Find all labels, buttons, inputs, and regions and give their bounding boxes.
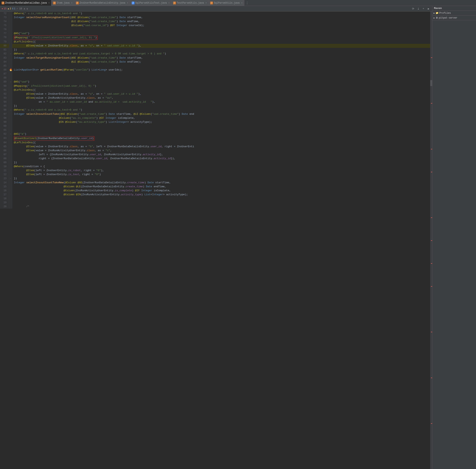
run-button[interactable]: ▶ [427,7,431,11]
line-content [12,197,430,201]
tab-label: ZnsUserRunDataDetailsEntity.java [80,1,125,4]
line-content [12,76,430,80]
line-number: 03 [0,136,9,141]
tab-SqlParseUtils[interactable]: J SqlParseUtils.java × [209,0,244,6]
tab-close[interactable]: × [49,2,50,4]
line-number: 01 [0,128,9,132]
line-number: 77 [0,32,9,35]
line-number: 00 [0,124,9,128]
line-content: /* [12,205,430,209]
line-content: @LE @Column("uad.create_time") Date endT… [12,60,430,64]
warning-count: ▲ 3 [8,7,11,10]
line-gutter [9,48,12,52]
scroll-indicator[interactable] [430,12,432,469]
scroll-mark [431,57,432,58]
profiles-folder-icon: 📁 [436,12,439,15]
line-number: 06 [0,149,9,153]
line-gutter [9,149,12,153]
line-number: 19 [0,201,9,205]
annotation-box2: @CountDistinct(ZnsUserRunDataDetailsEnti… [14,136,94,141]
line-number: 02 [0,132,9,136]
add-button[interactable]: + [421,7,426,11]
line-gutter [9,35,12,40]
table-row: 19 [0,201,430,205]
profiles-header[interactable]: ▶ 📁 Profiles [432,11,476,15]
tab-label: SqlParseUtils.java [214,1,240,4]
line-content: @Item(value = ZnsUserEntity.class, as = … [12,145,430,149]
code-editor[interactable]: 72 @Where(" u.is_robot=0 and u.is_test=0… [0,12,430,469]
line-gutter [9,136,12,141]
line-number: 10 [0,165,9,168]
panel-title-bar: Maven [432,6,476,11]
circle-icon: ○ [10,109,11,111]
tab-ZnsUserRunDataDetailsDao[interactable]: J ZnsUserRunDataDetailsDao.java × [0,0,51,6]
line-number: 97 [0,112,9,116]
line-content: @AS("uad") [12,80,430,84]
scroll-mark [431,103,432,104]
line-content: @Column @LE(ZnsUserRunDataDetailsEntity.… [12,185,430,189]
line-gutter: 🔥 [9,68,12,72]
more-tabs-button[interactable]: ⋮ [244,1,250,5]
tab-ZnsUserRunDataDetailsEntity[interactable]: J ZnsUserRunDataDetailsEntity.java × [74,0,130,6]
line-gutter [9,161,12,165]
line-content: @LeftJoinOns({ [12,141,430,145]
tab-close[interactable]: × [241,2,243,4]
tab-close[interactable]: × [71,2,72,4]
line-gutter [9,40,12,44]
line-number: 09 [0,161,9,165]
line-gutter [9,44,12,48]
line-number: 84 [0,60,9,64]
line-gutter [9,189,12,193]
line-content [12,124,430,128]
line-content: }) [12,161,430,165]
tab-TestParseUtils[interactable]: J TestParseUtils.java × [171,0,209,6]
line-content: @Column @IN(ZnsRunActivityUserEntity.act… [12,193,430,197]
chevron-down-icon2: ∨ [27,7,28,10]
profiles-section: ▶ 📁 Profiles [432,11,476,16]
line-number: 86 [0,68,9,72]
line-number: 13 [0,177,9,181]
tab-close[interactable]: × [127,2,128,4]
java-test-icon: J [132,1,134,4]
line-content: right = {ZnsUserRunDataDetailsEntity.use… [12,157,430,161]
table-row: 80 @Item(value = ZnsUserEntity.class, as… [0,44,430,48]
line-number: 81 [0,48,9,52]
line-gutter [9,157,12,161]
tab-close[interactable]: × [206,2,207,4]
table-row: 14 Integer selectZnsoutCountTakeNew(@Col… [0,181,430,185]
table-row: 10 @Where(condition = { [0,165,430,168]
tab-SqlParseUtilsTest[interactable]: J SqlParseUtilsTest.java × [130,0,171,6]
table-row: 95 }) [0,104,430,108]
tab-label: Item.java [57,1,69,4]
tab-Item[interactable]: J Item.java × [51,0,74,6]
annotation-box: @Mapping(" ifnull(count(distinct(uad.use… [14,35,98,40]
download-button[interactable]: ⤓ [416,7,420,11]
right-panel: Maven ▶ 📁 Profiles ▶ 🖥 pitpat-server [432,6,476,469]
line-number: 73 [0,16,9,19]
line-content: @IN @Column("au.activity_type") List<Int… [12,120,430,124]
line-gutter [9,92,12,96]
line-number: 15 [0,185,9,189]
line-gutter [9,197,12,201]
table-row: 96 ○ @Where(" u.is_robot=0 and u.is_test… [0,108,430,112]
line-gutter: ○ [9,52,12,56]
table-row: 20 /* [0,205,430,209]
line-gutter [9,72,12,76]
line-content: @Item(left = ZnsUserEntity.is_robot, rig… [12,168,430,172]
refresh-button[interactable]: ⟳ [411,7,415,11]
line-content: on = " au.user_id = uad.user_id and au.a… [12,100,430,104]
line-content: @Item(left = ZnsUserEntity.is_test, righ… [12,172,430,177]
line-content: @Item(value = ZnsUserEntity.class, as = … [12,44,430,48]
line-number: 08 [0,157,9,161]
editor-area: ● 15 ▲ 3 ℹ 1 ✓ 10 ∧ ∨ ⟳ ⤓ + ▶ [0,6,432,469]
table-row: 90 @Mapping(" ifnull(count(distinct(uad.… [0,84,430,88]
line-gutter [9,193,12,197]
scroll-thumb[interactable] [430,80,432,86]
line-content: List<AppUserDto> getLastRunTime(@Param("… [12,68,430,72]
line-gutter [9,32,12,35]
table-row: 15 @Column @LE(ZnsUserRunDataDetailsEnti… [0,185,430,189]
line-gutter [9,141,12,145]
chevron-right-icon2: ▶ [434,17,435,19]
tab-close[interactable]: × [168,2,170,4]
server-header[interactable]: ▶ 🖥 pitpat-server [432,16,476,20]
